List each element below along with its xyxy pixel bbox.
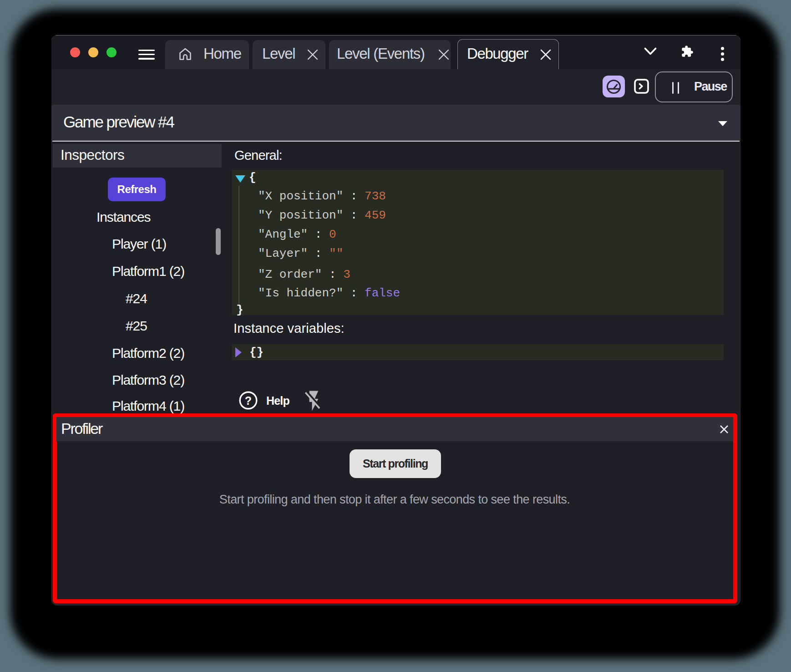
svg-text:?: ?	[245, 394, 252, 407]
